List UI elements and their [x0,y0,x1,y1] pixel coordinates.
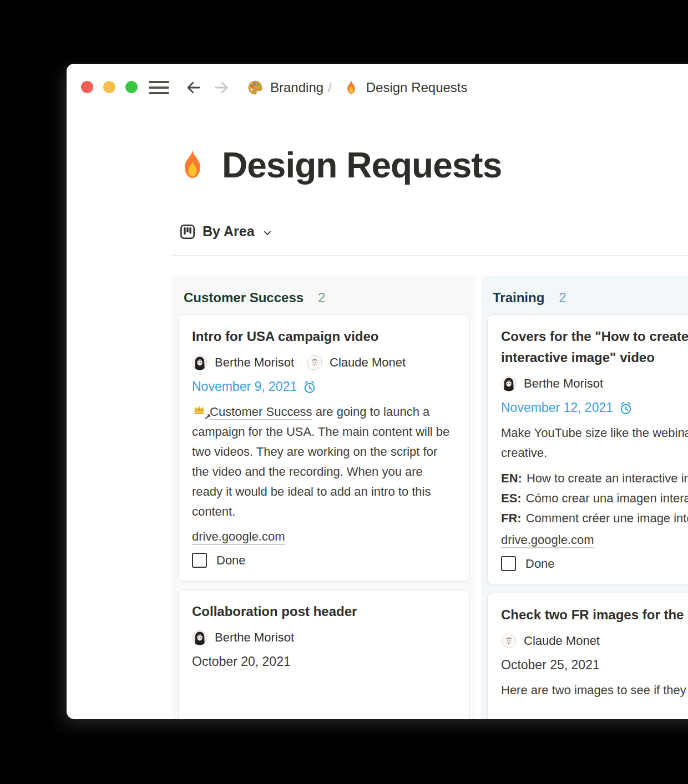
drive-link[interactable]: drive.google.com [501,533,594,548]
link-row: drive.google.com [501,531,688,549]
people-row: Berthe Morisot [501,376,688,391]
done-checkbox[interactable] [501,556,516,571]
card-title: Covers for the "How to create an interac… [501,326,688,368]
column-header[interactable]: Customer Success 2 [178,281,469,314]
card-title: Intro for USA campaign video [192,326,456,347]
column-name: Training [493,290,544,306]
people-row: Berthe Morisot [192,630,456,645]
card-collaboration-post-header[interactable]: Collaboration post header [178,589,469,719]
avatar-berthe-morisot-icon [501,376,517,391]
person-name: Claude Monet [330,355,406,370]
date-value: November 9, 2021 [192,379,297,394]
card-covers-how-to-video[interactable]: Covers for the "How to create an interac… [487,314,688,585]
drive-link[interactable]: drive.google.com [192,530,285,545]
lang-text: How to create an interactive image [527,471,688,485]
reminder-alarm-icon [619,401,633,415]
card-intro-usa-campaign[interactable]: Intro for USA campaign video [178,314,469,582]
date-row: October 25, 2021 [501,658,688,673]
back-button[interactable] [184,78,204,98]
header-divider [172,255,688,256]
page-title: Design Requests [222,145,502,186]
view-switcher[interactable]: By Area [180,223,273,240]
column-count-badge: 2 [559,290,566,306]
date-row: October 20, 2021 [192,654,456,669]
card-stack: Covers for the "How to create an interac… [487,314,688,719]
person-name: Claude Monet [524,634,600,648]
avatar-berthe-morisot-icon [192,630,208,645]
done-checkbox-row: Done [501,556,688,571]
lang-text: Cómo crear una imagen interactiva [526,491,688,505]
avatar-berthe-morisot-icon [192,355,208,370]
reminder-alarm-icon [302,380,317,394]
done-label: Done [525,557,555,571]
card-stack: Intro for USA campaign video [178,314,469,719]
breadcrumb-design-requests[interactable]: Design Requests [343,79,468,96]
lang-line-es: ES:Cómo crear una imagen interactiva [501,488,688,508]
date-row: November 12, 2021 [501,400,688,415]
lang-prefix: EN: [501,471,522,485]
avatar-claude-monet-icon [501,633,517,649]
traffic-lights [81,81,138,93]
date-value: November 12, 2021 [501,400,613,415]
card-body-line: creative. [501,443,688,463]
date-value: October 20, 2021 [192,654,291,669]
done-checkbox[interactable] [192,553,207,568]
arrow-left-icon [184,79,203,96]
breadcrumb-current-label: Design Requests [366,80,468,95]
column-header[interactable]: Training 2 [487,281,688,314]
card-body: ↗Customer Success are going to launch a … [192,402,456,522]
card-body: Make YouTube size like the webinar creat… [501,423,688,463]
zoom-window-button[interactable] [125,81,138,93]
card-title-line: interactive image" video [501,347,688,368]
nav-bar: Branding / Design Requests [149,77,468,99]
kanban-board: Customer Success 2 Intro for USA campaig… [172,276,688,719]
palette-emoji-icon [247,79,264,96]
person-name: Berthe Morisot [524,376,603,391]
lang-text: Comment créer une image interactive [526,511,688,525]
link-arrow-icon: ↗ [204,413,211,421]
forward-button[interactable] [211,78,231,98]
breadcrumb-branding[interactable]: Branding [247,79,323,96]
lang-line-fr: FR:Comment créer une image interactive [501,508,688,528]
view-name-label: By Area [203,223,255,240]
column-training: Training 2 Covers for the "How to create… [481,276,688,719]
minimize-window-button[interactable] [103,81,115,93]
fire-emoji-icon [175,148,210,182]
card-body: Here are two images to see if they [501,680,688,700]
people-row: Claude Monet [501,633,688,649]
link-row: drive.google.com [192,527,456,546]
lang-prefix: FR: [501,511,522,525]
card-body-text: are going to launch a campaign for the U… [192,405,449,518]
chevron-down-icon [262,227,273,238]
card-check-two-fr-images[interactable]: Check two FR images for the blog Claude … [487,593,688,719]
column-count-badge: 2 [318,290,325,306]
titlebar: Branding / Design Requests [67,64,688,111]
card-title: Check two FR images for the blog [501,604,688,625]
date-row: November 9, 2021 [192,379,456,394]
done-label: Done [216,553,246,568]
column-customer-success: Customer Success 2 Intro for USA campaig… [172,276,475,719]
card-title-line: Covers for the "How to create an [501,326,688,347]
page-header: Design Requests [175,145,502,186]
arrow-right-icon [212,79,231,96]
column-name: Customer Success [184,290,303,306]
lang-prefix: ES: [501,491,522,505]
people-row: Berthe Morisot Claude Monet [192,355,456,370]
board-view-icon [180,224,195,240]
close-window-button[interactable] [81,81,93,93]
breadcrumb-label: Branding [270,80,323,95]
card-body-line: Make YouTube size like the webinar [501,423,688,443]
sidebar-menu-icon[interactable] [149,80,169,95]
app-window: Branding / Design Requests Design Reques… [67,64,688,719]
date-value: October 25, 2021 [501,658,600,673]
avatar-claude-monet-icon [307,355,322,370]
fire-emoji-icon [343,79,360,96]
lang-line-en: EN:How to create an interactive image [501,469,688,488]
person-name: Berthe Morisot [215,355,294,370]
card-title: Collaboration post header [192,601,456,622]
crown-page-emoji-icon: ↗ [192,404,210,418]
done-checkbox-row: Done [192,553,456,568]
person-name: Berthe Morisot [215,630,294,645]
breadcrumb-separator: / [328,80,332,95]
mention-customer-success-link[interactable]: Customer Success [210,405,312,420]
